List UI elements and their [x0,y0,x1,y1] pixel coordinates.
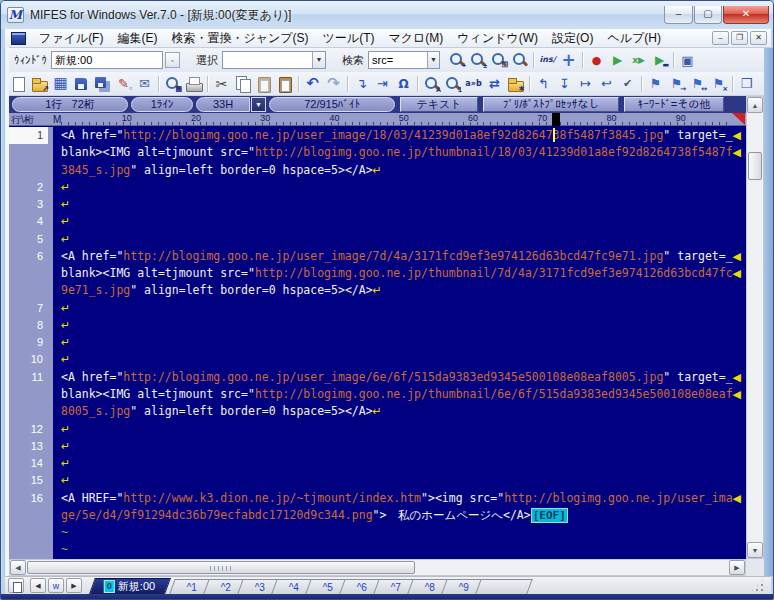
find-icon[interactable]: A [422,75,441,93]
zoom-in-icon[interactable]: + [447,51,466,69]
jump-symbol-icon[interactable]: Ω [394,75,413,93]
menu-item-4[interactable]: マクロ(M) [381,29,450,48]
editor-row[interactable]: 7↵ [9,300,746,317]
menu-item-0[interactable]: ファイル(F) [32,29,110,48]
jump-return-icon[interactable]: ✔ [618,75,637,93]
flag-next-icon[interactable]: ⚑→ [667,75,686,93]
direct-tag-jump-icon[interactable]: ↦ [576,75,595,93]
editor-row[interactable]: 16<A HREF="http://www.k3.dion.ne.jp/~tjm… [9,490,746,507]
horizontal-scroll-thumb[interactable] [27,561,415,574]
print-preview-icon[interactable]: ▤ [163,75,182,93]
menu-item-3[interactable]: ツール(T) [316,29,382,48]
maximize-button[interactable]: ▢ [694,6,722,24]
menu-item-1[interactable]: 編集(E) [110,29,164,48]
save-icon[interactable] [72,75,91,93]
tab-window-button[interactable]: w [48,578,64,593]
send-mail-icon[interactable]: ✉ [135,75,154,93]
copy-icon[interactable] [233,75,252,93]
open-file-icon[interactable]: ↗ [30,75,49,93]
macro-play-file-icon[interactable]: ▶▬ [650,51,669,69]
editor-row[interactable]: 14↵ [9,455,746,472]
search-combo[interactable]: ▼ [368,51,440,69]
editor-row[interactable]: blank><IMG alt=tjmount src="http://blogi… [9,386,746,403]
select-combo-input[interactable] [223,53,312,67]
editor-row[interactable]: 3845_s.jpg" align=left border=0 hspace=5… [9,162,746,179]
paste-icon[interactable] [275,75,294,93]
scroll-left-icon[interactable]: ◀ [10,560,26,575]
redo-icon[interactable]: ↷ [324,75,343,93]
horizontal-scrollbar[interactable]: ◀ ▶ [9,559,746,576]
window-split-icon[interactable]: ❒ [737,75,756,93]
close-button[interactable]: ✕ [723,6,769,24]
scroll-up-icon[interactable]: ▲ [747,97,763,113]
editor-row[interactable]: 5↵ [9,231,746,248]
processor-button[interactable]: ﾌﾟﾘ/ﾎﾟｽﾄﾌﾟﾛｾｯｻなし [483,97,619,112]
search-combo-input[interactable] [369,53,427,67]
replace-icon[interactable]: a»b [464,75,483,93]
scroll-down-icon[interactable]: ▼ [747,542,763,558]
menu-item-7[interactable]: ヘルプ(H) [600,29,668,48]
flag-set-icon[interactable]: ⚑ [646,75,665,93]
macro-play-icon[interactable]: ▶ [608,51,627,69]
menu-item-2[interactable]: 検索・置換・ジャンプ(S) [164,29,315,48]
editor-row[interactable]: 2↵ [9,179,746,196]
editor-row[interactable]: 9↵ [9,334,746,351]
mdi-close-button[interactable]: ✕ [750,31,767,45]
insert-mode-icon[interactable]: ins/ [538,51,557,69]
macro-record-icon[interactable]: ● [587,51,606,69]
menu-item-6[interactable]: 設定(O) [545,29,600,48]
editor-row[interactable]: 10↵ [9,351,746,368]
next-tag-jump-icon[interactable]: ↧ [555,75,574,93]
char-code-dropdown-icon[interactable]: ▼ [251,97,266,112]
jump-back-icon[interactable]: ↩ [597,75,616,93]
editor-row[interactable]: ~ [9,541,746,558]
display-search-icon[interactable] [510,51,529,69]
grep-icon[interactable]: ∗ [506,75,525,93]
save-all-icon[interactable] [93,75,112,93]
window-style-icon[interactable]: ▣ [678,51,697,69]
tab-scroll-left-button[interactable]: ◀ [30,578,46,593]
select-dropdown-icon[interactable]: ▼ [312,52,325,68]
find-next-icon[interactable]: 1 [443,75,462,93]
editor-row[interactable]: ~ [9,524,746,541]
print-icon[interactable] [184,75,203,93]
edit-history-icon[interactable]: ✎◦ [114,75,133,93]
select-combo[interactable]: ▼ [222,51,326,69]
replace-all-icon[interactable]: ⇄ [485,75,504,93]
tab-active[interactable]: 0新規:00 [89,578,171,594]
editor-row[interactable]: 3↵ [9,196,746,213]
minimize-button[interactable]: – [664,6,693,24]
mode-button[interactable]: テキスト [400,97,478,112]
file-list-icon[interactable]: ▦ [51,75,70,93]
editor-row[interactable]: 1<A href="http://blogimg.goo.ne.jp/user_… [9,127,746,144]
flag-prev-icon[interactable]: ⚑↔ [688,75,707,93]
flag-clear-icon[interactable]: ⚑× [709,75,728,93]
window-combo-input[interactable] [52,53,162,67]
keyword-button[interactable]: ｷｰﾜｰﾄﾞ=その他 [624,97,724,112]
editor-row[interactable]: 4↵ [9,213,746,230]
editor-row[interactable]: blank><IMG alt=tjmount src="http://blogi… [9,144,746,161]
editor-row[interactable]: 13↵ [9,438,746,455]
mdi-restore-button[interactable]: ❐ [731,31,748,45]
zoom-out-icon[interactable]: ± [468,51,487,69]
editor-row[interactable]: ge/5e/d4/9f91294dc36b79ecfabdc17120d9c34… [9,507,746,524]
search-dropdown-icon[interactable]: ▼ [427,52,439,68]
mdi-minimize-button[interactable]: – [712,31,729,45]
editor-area[interactable]: 行\桁 M 102030405060708090 1<A href="http:… [9,113,746,559]
undo-icon[interactable]: ↶ [303,75,322,93]
zoom-page-icon[interactable]: ❐ [489,51,508,69]
editor-row[interactable]: 8005_s.jpg" align=left border=0 hspace=5… [9,403,746,420]
tag-jump-icon[interactable]: ↰ [534,75,553,93]
scroll-right-icon[interactable]: ▶ [729,560,745,575]
cut-icon[interactable]: ✂ [212,75,231,93]
window-combo-button[interactable]: ▫ [165,52,180,68]
jump-line-icon[interactable]: ↴ [352,75,371,93]
editor-row[interactable]: 9e71_s.jpg" align=left border=0 hspace=5… [9,282,746,299]
tab-scroll-right-button[interactable]: ▶ [66,578,82,593]
paste-special-icon[interactable] [254,75,273,93]
vertical-scroll-thumb[interactable] [748,152,762,180]
editor-row[interactable]: 6<A href="http://blogimg.goo.ne.jp/user_… [9,248,746,265]
jump-address-icon[interactable]: ⇥ [373,75,392,93]
vertical-scrollbar[interactable]: ▲ ▼ [746,96,764,559]
editor-row[interactable]: 12↵ [9,421,746,438]
